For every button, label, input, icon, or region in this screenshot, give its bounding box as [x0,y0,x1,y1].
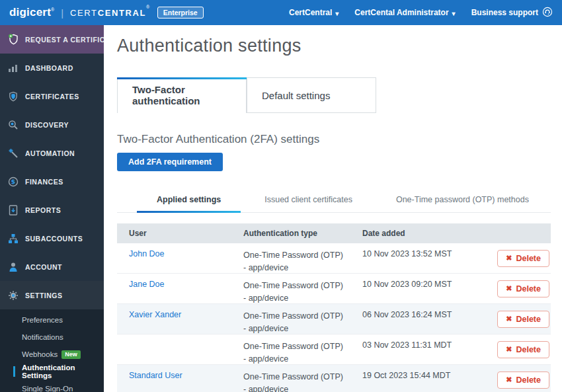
subtab-applied-settings[interactable]: Applied settings [137,190,241,212]
date-added-cell: 10 Nov 2023 09:20 MST [362,274,488,303]
person-icon [7,261,20,273]
registered-mark: ® [146,5,151,9]
submenu-item-single-sign-on[interactable]: Single Sign-On [0,380,104,392]
date-added-cell: 19 Oct 2023 15:44 MDT [362,365,488,392]
auth-type-cell: One-Time Password (OTP) - app/device [243,304,362,334]
bar-chart-icon [7,62,20,74]
table-row: Standard User One-Time Password (OTP) - … [117,365,551,392]
submenu-item-notifications[interactable]: Notifications [0,329,104,346]
settings-tabs: Two-Factor authentication Default settin… [117,77,551,113]
user-link[interactable]: Xavier Xander [129,310,181,319]
2fa-subtabs: Applied settings Issued client certifica… [117,190,551,213]
table-row: One-Time Password (OTP) - app/device 03 … [117,334,551,365]
sidebar-item-automation[interactable]: AUTOMATION [0,139,104,167]
table-row: John Doe One-Time Password (OTP) - app/d… [117,243,551,274]
delete-button[interactable]: ✖Delete [497,250,549,267]
enterprise-badge: Enterprise [157,7,204,19]
certcentral-menu[interactable]: CertCentral ▾ [289,8,339,17]
tab-two-factor-authentication[interactable]: Two-Factor authentication [117,77,247,113]
table-header-row: User Authentication type Date added [117,223,551,243]
table-row: Jane Doe One-Time Password (OTP) - app/d… [117,274,551,304]
subtab-issued-client-certificates[interactable]: Issued client certificates [245,190,372,212]
add-2fa-requirement-button[interactable]: Add 2FA requirement [117,153,223,171]
top-bar-menus: CertCentral ▾ CertCental Administrator ▾… [289,7,553,19]
report-document-icon [7,204,20,216]
sidebar-item-account[interactable]: ACCOUNT [0,253,104,281]
support-agent-icon [542,7,553,19]
user-link[interactable]: Jane Doe [129,280,165,289]
chevron-down-icon: ▾ [335,10,339,17]
business-support-link[interactable]: Business support [471,7,553,19]
date-added-cell: 06 Nov 2023 16:24 MST [362,304,488,334]
delete-x-icon: ✖ [506,285,512,292]
submenu-item-authentication-settings[interactable]: Authentication Settings [0,363,104,380]
sidebar-item-reports[interactable]: REPORTS [0,196,104,224]
delete-x-icon: ✖ [506,376,512,383]
main-content: Authentication settings Two-Factor authe… [104,25,562,392]
delete-x-icon: ✖ [506,315,512,323]
sidebar-item-dashboard[interactable]: DASHBOARD [0,54,104,82]
logo-divider: | [61,7,63,19]
digicert-logo: digicert® | CERTCENTRAL® Enterprise [9,6,204,19]
delete-button[interactable]: ✖Delete [497,280,549,297]
submenu-item-webhooks[interactable]: Webhooks New [0,346,104,363]
user-link[interactable]: John Doe [129,249,165,258]
date-added-cell: 10 Nov 2023 13:52 MST [362,243,488,273]
applied-settings-table: User Authentication type Date added John… [117,223,551,392]
product-name: CERTCENTRAL® [70,8,151,18]
sidebar-item-settings[interactable]: SETTINGS [0,281,104,309]
auth-type-cell: One-Time Password (OTP) - app/device [243,243,362,273]
delete-button[interactable]: ✖Delete [497,311,549,328]
brand-name: digicert [9,6,51,19]
column-header-date-added: Date added [362,229,488,238]
delete-button[interactable]: ✖Delete [497,372,549,389]
sidebar-item-subaccounts[interactable]: SUBACCOUNTS [0,224,104,253]
column-header-authentication-type: Authentication type [243,229,362,238]
org-chart-icon [7,233,20,245]
sidebar-item-certificates[interactable]: CERTIFICATES [0,82,104,110]
table-row: Xavier Xander One-Time Password (OTP) - … [117,304,551,334]
auth-type-cell: One-Time Password (OTP) - app/device [243,365,362,392]
shield-icon [7,91,20,102]
tab-default-settings[interactable]: Default settings [247,77,376,113]
dollar-circle-icon: $ [7,176,20,188]
shield-plus-icon [7,34,20,46]
delete-button[interactable]: ✖Delete [497,341,549,358]
gear-icon [7,290,20,301]
magic-wand-icon [7,147,20,159]
svg-text:$: $ [11,178,15,185]
sidebar-item-discovery[interactable]: DISCOVERY [0,110,104,139]
sidebar-item-finances[interactable]: $ FINANCES [0,167,104,196]
delete-x-icon: ✖ [506,346,512,353]
page-title: Authentication settings [117,36,551,56]
sidebar-nav: REQUEST A CERTIFICATE DASHBOARD CERTIFIC… [0,25,104,392]
subtab-otp-methods[interactable]: One-Time password (OTP) methods [376,190,549,212]
settings-submenu: Preferences Notifications Webhooks New A… [0,309,104,392]
chevron-down-icon: ▾ [452,10,456,17]
delete-x-icon: ✖ [506,255,512,262]
top-bar: digicert® | CERTCENTRAL® Enterprise Cert… [0,0,562,25]
column-header-user: User [117,229,243,238]
user-link[interactable]: Standard User [129,371,182,380]
registered-mark: ® [51,7,54,12]
section-title: Two-Factor Authentication (2FA) settings [117,133,551,146]
date-added-cell: 03 Nov 2023 11:31 MDT [362,334,488,364]
magnifier-icon [7,119,20,131]
sidebar-item-request-a-certificate[interactable]: REQUEST A CERTIFICATE [0,25,104,54]
new-badge: New [61,350,81,359]
administrator-menu[interactable]: CertCental Administrator ▾ [354,8,455,17]
auth-type-cell: One-Time Password (OTP) - app/device [243,274,362,303]
auth-type-cell: One-Time Password (OTP) - app/device [243,334,362,364]
submenu-item-preferences[interactable]: Preferences [0,311,104,329]
